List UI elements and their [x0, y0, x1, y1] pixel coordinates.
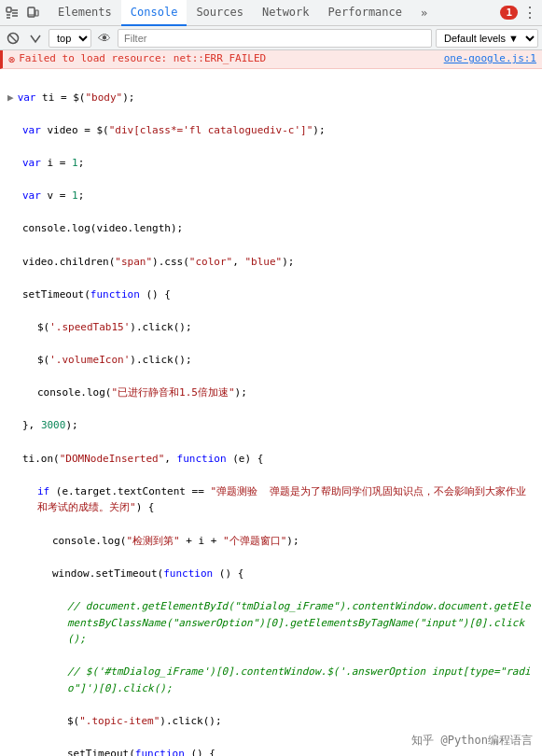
tab-network[interactable]: Network	[253, 0, 319, 26]
tab-elements[interactable]: Elements	[49, 0, 121, 26]
code-line: var v = 1;	[7, 188, 535, 204]
code-line: $(".topic-item").click();	[7, 713, 535, 730]
eye-button[interactable]: 👁	[95, 29, 114, 48]
filter-input[interactable]	[118, 29, 432, 48]
code-line: ▶var ti = $("body");	[7, 90, 535, 106]
code-line: // document.getElementById("tmDialog_iFr…	[7, 598, 535, 648]
console-code-block: ▶var ti = $("body"); var video = $("div[…	[0, 69, 542, 756]
devtools-tab-bar: Elements Console Sources Network Perform…	[0, 0, 542, 26]
code-line: video.children("span").css("color", "blu…	[7, 254, 535, 271]
svg-line-10	[9, 35, 17, 42]
code-line: window.setTimeout(function () {	[7, 566, 535, 582]
code-line: $('.volumeIcon').click();	[7, 352, 535, 369]
tab-console[interactable]: Console	[121, 0, 188, 26]
code-line: if (e.target.textContent == "弹题测验 弹题是为了帮…	[7, 483, 535, 516]
error-source-link[interactable]: one-google.js:1	[444, 52, 536, 64]
clear-console-button[interactable]	[4, 29, 22, 48]
code-line: $('.speedTab15').click();	[7, 319, 535, 336]
code-line: console.log("已进行静音和1.5倍加速");	[7, 385, 535, 401]
code-line: setTimeout(function () {	[7, 746, 535, 756]
error-icon: ⊗	[8, 53, 15, 66]
settings-icon[interactable]	[26, 29, 45, 48]
code-line: ti.on("DOMNodeInserted", function (e) {	[7, 451, 535, 468]
code-line: console.log(video.length);	[7, 220, 535, 237]
tab-sources[interactable]: Sources	[187, 0, 253, 26]
svg-rect-7	[35, 10, 38, 16]
svg-rect-0	[7, 7, 11, 12]
tab-performance[interactable]: Performance	[319, 0, 411, 26]
inspect-icon[interactable]	[4, 5, 21, 21]
console-output: ⊗ Failed to load resource: net::ERR_FAIL…	[0, 50, 542, 756]
code-line: console.log("检测到第" + i + "个弹题窗口");	[7, 533, 535, 550]
context-select[interactable]: top	[49, 29, 91, 48]
code-line: }, 3000);	[7, 417, 535, 434]
device-icon[interactable]	[24, 5, 41, 21]
error-message: Failed to load resource: net::ERR_FAILED	[19, 52, 443, 64]
code-line: setTimeout(function () {	[7, 287, 535, 303]
devtools-menu-button[interactable]: ⋮	[521, 5, 538, 21]
code-line: // $('#tmDialog_iFrame')[0].contentWindo…	[7, 664, 535, 696]
console-toolbar: top 👁 Default levels ▼	[0, 26, 542, 50]
more-tabs-button[interactable]: »	[415, 3, 433, 23]
code-line: var video = $("div[class*='fl catalogued…	[7, 122, 535, 139]
error-count-badge: 1	[500, 6, 518, 20]
error-line: ⊗ Failed to load resource: net::ERR_FAIL…	[0, 50, 542, 69]
levels-select[interactable]: Default levels ▼	[436, 29, 538, 48]
code-line: var i = 1;	[7, 155, 535, 172]
